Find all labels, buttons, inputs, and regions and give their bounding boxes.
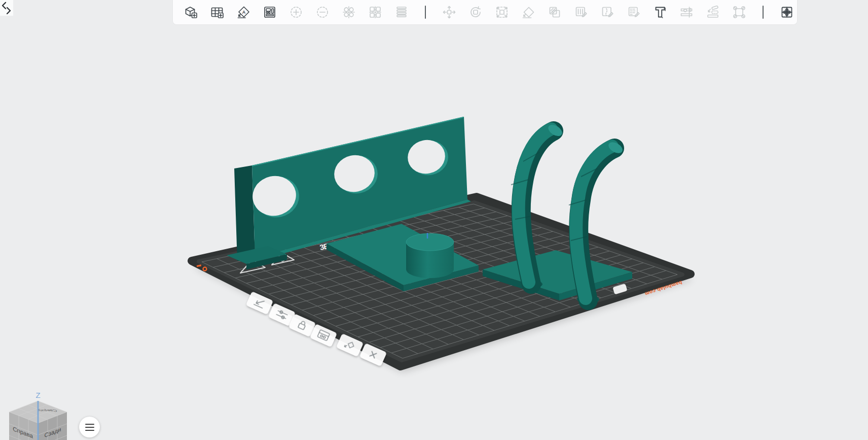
nav-cube[interactable]: Z Сверху Справа Сзади [9,391,67,440]
z-axis-label: Z [35,391,40,399]
viewport-3d[interactable]: 3E bambulab.com [0,0,868,440]
view-menu-button[interactable] [79,417,100,437]
hamburger-menu-icon [85,424,94,425]
cube-label-top: Сверху [37,409,58,413]
